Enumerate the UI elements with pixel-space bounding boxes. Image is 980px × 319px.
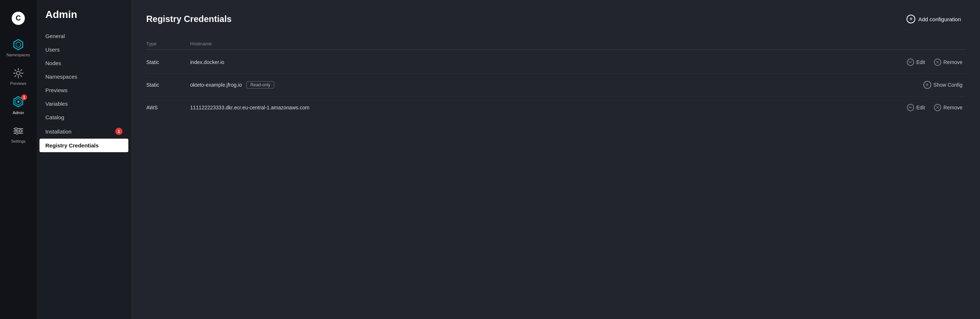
sidebar-nav-catalog[interactable]: Catalog bbox=[37, 110, 131, 124]
svg-point-4 bbox=[16, 71, 20, 75]
app-logo[interactable]: C bbox=[0, 6, 37, 33]
svg-line-12 bbox=[14, 75, 16, 77]
eye-icon: 👁 bbox=[923, 81, 931, 89]
header-type: Type bbox=[146, 41, 190, 46]
svg-point-20 bbox=[19, 130, 22, 132]
table-header: Type Hostname bbox=[146, 38, 966, 50]
svg-marker-2 bbox=[14, 40, 23, 50]
row3-actions: ✏ Edit ✕ Remove bbox=[904, 102, 966, 113]
sidebar: Admin General Users Nodes Namespaces Pre… bbox=[37, 0, 132, 319]
sidebar-nav-general[interactable]: General bbox=[37, 29, 131, 43]
admin-icon-wrapper: 1 bbox=[13, 96, 24, 108]
sidebar-nav-variables[interactable]: Variables bbox=[37, 97, 131, 110]
add-circle-icon: + bbox=[907, 14, 915, 24]
row3-remove-button[interactable]: ✕ Remove bbox=[931, 102, 966, 113]
remove-icon: ✕ bbox=[934, 59, 941, 66]
table-row: Static index.docker.io ✏ Edit ✕ Remove bbox=[146, 51, 966, 73]
read-only-badge: Read-only bbox=[247, 81, 275, 89]
sidebar-nav-nodes[interactable]: Nodes bbox=[37, 56, 131, 70]
registry-credentials-table: Type Hostname Static index.docker.io ✏ E… bbox=[146, 38, 966, 118]
namespaces-icon bbox=[13, 39, 24, 51]
svg-marker-3 bbox=[16, 42, 21, 48]
admin-label: Admin bbox=[13, 110, 24, 115]
sidebar-title: Admin bbox=[37, 9, 131, 29]
table-row: AWS 111122223333.dkr.ecr.eu-central-1.am… bbox=[146, 97, 966, 118]
sidebar-item-previews[interactable]: Previews bbox=[0, 62, 37, 91]
row1-type: Static bbox=[146, 59, 190, 65]
row2-hostname: okteto-example.jfrog.io Read-only bbox=[190, 81, 920, 89]
row1-edit-button[interactable]: ✏ Edit bbox=[904, 57, 928, 67]
sidebar-item-settings[interactable]: Settings bbox=[0, 120, 37, 148]
row2-actions: 👁 Show Config bbox=[920, 80, 966, 90]
row3-edit-button[interactable]: ✏ Edit bbox=[904, 102, 928, 113]
row3-type: AWS bbox=[146, 105, 190, 110]
sidebar-item-namespaces[interactable]: Namespaces bbox=[0, 33, 37, 62]
sidebar-nav-users[interactable]: Users bbox=[37, 43, 131, 56]
namespaces-label: Namespaces bbox=[6, 53, 30, 57]
icon-bar: C Namespaces Previews bbox=[0, 0, 37, 319]
svg-text:C: C bbox=[16, 14, 21, 22]
admin-badge: 1 bbox=[21, 94, 27, 100]
row2-type: Static bbox=[146, 82, 190, 88]
row2-show-config-button[interactable]: 👁 Show Config bbox=[920, 80, 966, 90]
page-header: Registry Credentials + Add configuration bbox=[146, 12, 966, 26]
svg-line-11 bbox=[21, 70, 22, 71]
edit-icon: ✏ bbox=[907, 104, 914, 111]
settings-label: Settings bbox=[11, 139, 25, 144]
remove-icon: ✕ bbox=[934, 104, 941, 111]
svg-line-9 bbox=[14, 70, 16, 71]
previews-icon bbox=[13, 67, 24, 79]
row1-remove-button[interactable]: ✕ Remove bbox=[931, 57, 966, 67]
installation-badge: 1 bbox=[115, 128, 123, 135]
svg-point-15 bbox=[17, 100, 19, 103]
settings-icon bbox=[13, 125, 24, 137]
row1-hostname: index.docker.io bbox=[190, 59, 904, 65]
svg-point-21 bbox=[16, 132, 18, 134]
row1-actions: ✏ Edit ✕ Remove bbox=[904, 57, 966, 67]
add-config-label: Add configuration bbox=[918, 16, 961, 22]
page-title: Registry Credentials bbox=[146, 14, 231, 24]
row3-hostname: 111122223333.dkr.ecr.eu-central-1.amazon… bbox=[190, 105, 904, 110]
sidebar-nav-registry-credentials[interactable]: Registry Credentials bbox=[40, 139, 128, 152]
sidebar-nav-namespaces[interactable]: Namespaces bbox=[37, 70, 131, 83]
add-configuration-button[interactable]: + Add configuration bbox=[902, 12, 966, 26]
table-row: Static okteto-example.jfrog.io Read-only… bbox=[146, 73, 966, 97]
svg-line-10 bbox=[21, 75, 22, 77]
sidebar-nav-installation[interactable]: Installation 1 bbox=[37, 124, 131, 139]
previews-label: Previews bbox=[10, 81, 27, 86]
sidebar-nav: General Users Nodes Namespaces Previews … bbox=[37, 29, 131, 152]
svg-point-19 bbox=[15, 128, 17, 130]
sidebar-item-admin[interactable]: 1 Admin bbox=[0, 91, 37, 120]
main-content: Registry Credentials + Add configuration… bbox=[132, 0, 980, 319]
sidebar-nav-previews[interactable]: Previews bbox=[37, 83, 131, 97]
header-hostname: Hostname bbox=[190, 41, 966, 46]
edit-icon: ✏ bbox=[907, 59, 914, 66]
